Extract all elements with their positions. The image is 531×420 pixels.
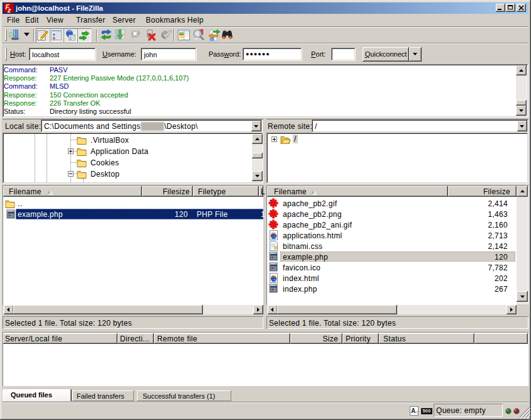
- svg-text:z: z: [7, 6, 11, 14]
